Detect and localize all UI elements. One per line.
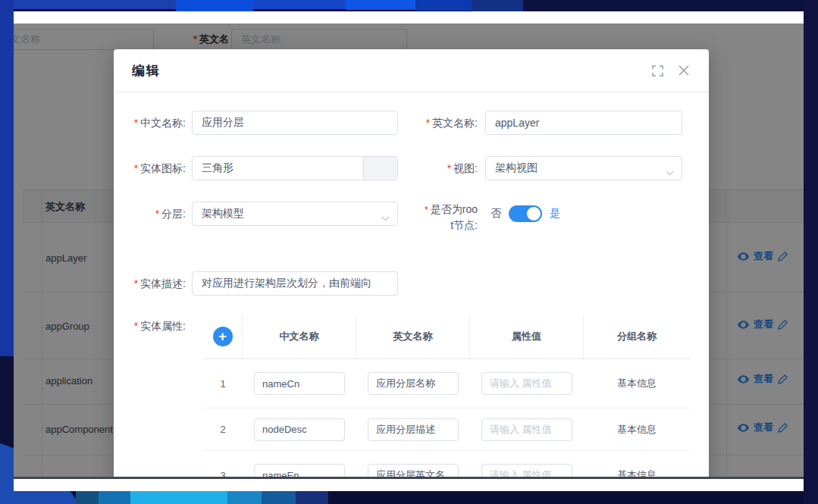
view-label: *视图: (402, 156, 478, 180)
en-name-input[interactable]: appLayer (485, 111, 682, 135)
frame-bottom-segment (262, 491, 296, 504)
required-asterisk: * (134, 320, 138, 332)
attr-cn-input[interactable]: nodeDesc (254, 418, 345, 441)
attr-header-cn: 中文名称 (243, 315, 356, 358)
is-root-toggle[interactable] (509, 205, 542, 222)
attr-value-input[interactable]: 请输入 属性值 (481, 418, 572, 441)
attr-value-input[interactable]: 请输入 属性值 (481, 372, 572, 395)
frame-right-bar (804, 0, 818, 504)
entity-icon-input[interactable]: 三角形 (192, 156, 398, 180)
cn-name-input[interactable]: 应用分层 (192, 111, 398, 135)
frame-bottom-segment (227, 491, 262, 504)
attr-en-input[interactable]: 应用分层描述 (368, 418, 459, 441)
frame-bottom-segment (296, 491, 328, 504)
attribute-row: 1 nameCn 应用分层名称 请输入 属性值 基本信息 (203, 359, 690, 409)
attr-header-en: 英文名称 (356, 315, 470, 358)
frame-bottom-segment (328, 491, 818, 504)
add-attribute-button[interactable]: + (213, 327, 233, 346)
attr-cn-input[interactable]: nameCn (254, 372, 345, 395)
attribute-table-header: + 中文名称 英文名称 属性值 分组名称 (203, 315, 690, 359)
attribute-row: 2 nodeDesc 应用分层描述 请输入 属性值 基本信息 (203, 409, 690, 451)
required-asterisk: * (134, 162, 138, 174)
modal-header: 编辑 (114, 49, 709, 92)
attribute-row: 3 nameEn 应用分层英文名 请输入 属性值 基本信息 (203, 451, 690, 479)
frame-bottom-segment (76, 491, 99, 504)
edit-modal: 编辑 *中文名称: 应用分层 *英文名称: appLayer (114, 49, 709, 479)
required-asterisk: * (134, 277, 138, 290)
is-root-toggle-group: 否 是 (490, 202, 560, 226)
entity-attrs-label: *实体属性: (114, 318, 186, 333)
cn-name-label: *中文名称: (114, 111, 186, 135)
frame-bottom-segment (130, 491, 227, 504)
required-asterisk: * (425, 204, 428, 215)
toggle-on-label: 是 (550, 207, 560, 221)
chevron-down-icon (666, 166, 674, 178)
view-select[interactable]: 架构视图 (485, 156, 682, 180)
close-icon[interactable] (679, 65, 690, 77)
frame-top-segment (472, 0, 523, 12)
frame-left-bar (0, 0, 14, 356)
fullscreen-icon[interactable] (652, 65, 663, 77)
app-screenshot: 中文名称 *英文名 英文名称 英文名称 appLayer appGroup ap… (14, 11, 804, 491)
toggle-off-label: 否 (490, 207, 501, 221)
entity-desc-label: *实体描述: (114, 271, 186, 296)
en-name-label: *英文名称: (402, 111, 478, 135)
required-asterisk: * (134, 117, 138, 129)
attr-en-input[interactable]: 应用分层名称 (368, 372, 459, 395)
frame-top-segment (253, 0, 346, 9)
attr-group-value: 基本信息 (617, 423, 657, 437)
frame-top-segment (346, 0, 415, 10)
app-viewport: 中文名称 *英文名 英文名称 英文名称 appLayer appGroup ap… (14, 23, 804, 479)
app-bottom-edge (14, 477, 804, 479)
required-asterisk: * (447, 162, 451, 174)
layer-select[interactable]: 架构模型 (192, 202, 398, 226)
frame-top-segment (176, 0, 253, 12)
modal-title: 编辑 (132, 49, 161, 92)
chevron-down-icon (381, 211, 390, 224)
icon-picker-button[interactable] (363, 157, 397, 180)
toggle-knob (527, 207, 541, 221)
frame-top-segment (415, 0, 472, 11)
attr-group-value: 基本信息 (617, 377, 657, 390)
frame-bottom-segment (99, 491, 130, 504)
layer-label: *分层: (114, 202, 186, 226)
entity-icon-label: *实体图标: (114, 156, 186, 180)
is-root-label: *是否为roo t节点: (402, 202, 478, 233)
row-index: 1 (220, 378, 225, 390)
attr-header-group: 分组名称 (584, 315, 690, 358)
attr-header-value: 属性值 (470, 315, 584, 358)
row-index: 2 (220, 424, 225, 435)
attribute-table: + 中文名称 英文名称 属性值 分组名称 1 nameCn 应用分层名称 请输入… (203, 315, 690, 479)
entity-desc-input[interactable]: 对应用进行架构层次划分，由前端向 (192, 271, 398, 296)
frame-top-segment (0, 0, 176, 9)
required-asterisk: * (426, 117, 430, 129)
required-asterisk: * (155, 208, 159, 220)
